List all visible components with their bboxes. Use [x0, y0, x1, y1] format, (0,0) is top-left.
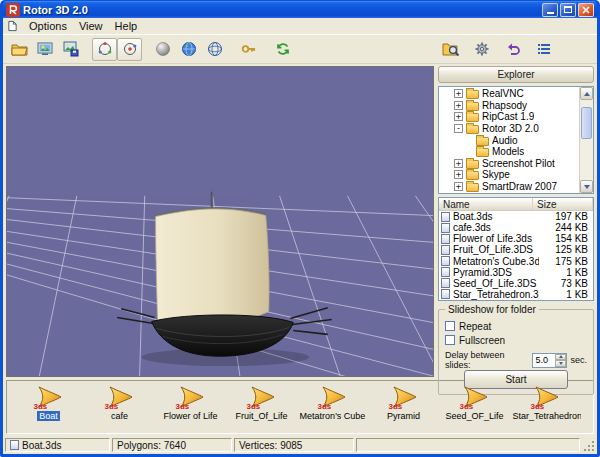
- thumbnail-label: cafe: [109, 411, 130, 421]
- tree-item-label: RealVNC: [482, 88, 524, 99]
- fullscreen-checkbox[interactable]: [445, 335, 455, 345]
- column-header-size[interactable]: Size: [533, 198, 593, 210]
- expand-icon[interactable]: +: [454, 101, 463, 110]
- browse-folders-button[interactable]: [438, 37, 464, 61]
- status-polygons-panel: Polygons: 7640: [112, 438, 232, 452]
- expand-icon[interactable]: +: [454, 89, 463, 98]
- folder-icon: [476, 148, 489, 157]
- folder-icon: [466, 183, 479, 192]
- maximize-button[interactable]: [560, 3, 576, 17]
- polygons-count: Polygons: 7640: [117, 440, 186, 451]
- sphere-button[interactable]: [150, 37, 176, 61]
- app-window: Rotor 3D 2.0 Options View Help: [0, 0, 600, 457]
- file-menu-icon[interactable]: [7, 20, 20, 32]
- scroll-down-button[interactable]: [580, 180, 593, 193]
- thumbnail-label: Pyramid: [385, 411, 422, 421]
- file-row[interactable]: Star_Tetrahedron.3DS1 KB: [439, 289, 593, 300]
- rotate-mode-b-button[interactable]: [117, 38, 142, 61]
- wireframe-globe-button[interactable]: [202, 37, 228, 61]
- close-button[interactable]: [578, 3, 594, 17]
- thumbnail-label: Star_Tetrahedron: [511, 411, 581, 421]
- resize-grip[interactable]: [582, 438, 595, 452]
- repeat-checkbox[interactable]: [445, 321, 455, 331]
- tree-item[interactable]: +Rhapsody: [439, 100, 579, 112]
- globe-icon: [181, 41, 197, 57]
- tree-item-label: SmartDraw 2007: [482, 181, 557, 192]
- status-file-panel: Boat.3ds: [5, 438, 110, 452]
- expand-icon[interactable]: +: [454, 159, 463, 168]
- export-image-icon: [63, 41, 79, 57]
- 3ds-file-icon: [441, 234, 450, 244]
- thumbnail[interactable]: 3dsMetatron's Cube: [297, 384, 368, 421]
- view-options-button[interactable]: [531, 37, 557, 61]
- tree-item[interactable]: +RealVNC: [439, 88, 579, 100]
- status-empty-panel: [356, 438, 580, 452]
- menu-options[interactable]: Options: [25, 19, 75, 33]
- delay-input[interactable]: [533, 354, 555, 367]
- minimize-button[interactable]: [542, 3, 558, 17]
- undo-button[interactable]: [500, 37, 526, 61]
- menu-view[interactable]: View: [75, 19, 111, 33]
- file-row[interactable]: Flower of Life.3ds154 KB: [439, 233, 593, 244]
- file-row[interactable]: Pyramid.3DS1 KB: [439, 267, 593, 278]
- tree-item[interactable]: +Screenshot Pilot: [439, 158, 579, 170]
- folder-icon: [466, 90, 479, 99]
- globe-button[interactable]: [176, 37, 202, 61]
- refresh-button[interactable]: [270, 37, 296, 61]
- menu-help[interactable]: Help: [111, 19, 146, 33]
- titlebar[interactable]: Rotor 3D 2.0: [3, 1, 597, 18]
- collapse-icon[interactable]: -: [454, 124, 463, 133]
- key-button[interactable]: [236, 37, 262, 61]
- tree-item[interactable]: Audio: [439, 134, 579, 146]
- arrow-down-icon: [559, 362, 563, 365]
- tree-item-label: RipCast 1.9: [482, 111, 534, 122]
- file-row[interactable]: Boat.3ds197 KB: [439, 211, 593, 222]
- rotate-mode-a-button[interactable]: [92, 38, 117, 61]
- file-row[interactable]: cafe.3ds244 KB: [439, 222, 593, 233]
- expand-icon[interactable]: +: [454, 170, 463, 179]
- 3ds-model-icon: 3ds: [460, 384, 490, 410]
- gear-icon: [474, 41, 490, 57]
- scrollbar-thumb[interactable]: [581, 107, 592, 139]
- tree-scrollbar[interactable]: [579, 87, 593, 193]
- thumbnail[interactable]: 3dsBoat: [13, 384, 84, 421]
- 3ds-file-icon: [441, 278, 450, 288]
- tree-item[interactable]: Models: [439, 146, 579, 158]
- 3ds-badge: 3ds: [389, 402, 403, 411]
- status-file-name: Boat.3ds: [22, 440, 61, 451]
- tree-item-label: Rhapsody: [482, 100, 527, 111]
- tree-item[interactable]: -Rotor 3D 2.0: [439, 123, 579, 135]
- thumbnail[interactable]: 3dscafe: [84, 384, 155, 421]
- open-button[interactable]: [6, 37, 32, 61]
- scroll-up-button[interactable]: [580, 87, 593, 100]
- capture-button[interactable]: [32, 37, 58, 61]
- arrow-up-icon: [559, 355, 563, 358]
- expand-icon[interactable]: +: [454, 112, 463, 121]
- folder-icon: [466, 125, 479, 134]
- file-row[interactable]: Seed_Of_Life.3DS73 KB: [439, 278, 593, 289]
- tree-item-label: Screenshot Pilot: [482, 158, 555, 169]
- 3ds-model-icon: 3ds: [176, 384, 206, 410]
- thumbnail[interactable]: 3dsPyramid: [368, 384, 439, 421]
- tree-item[interactable]: +SmartDraw 2007: [439, 181, 579, 193]
- undo-arrow-icon: [505, 41, 521, 57]
- settings-button[interactable]: [469, 37, 495, 61]
- export-image-button[interactable]: [58, 37, 84, 61]
- explorer-header-button[interactable]: Explorer: [438, 66, 594, 83]
- sphere-icon: [155, 41, 171, 57]
- file-row[interactable]: Metatron's Cube.3ds175 KB: [439, 256, 593, 267]
- tree-item[interactable]: +RipCast 1.9: [439, 111, 579, 123]
- tree-item[interactable]: +Skype: [439, 169, 579, 181]
- column-header-name[interactable]: Name: [439, 198, 533, 210]
- folder-icon: [466, 171, 479, 180]
- 3ds-model-icon: 3ds: [531, 384, 561, 410]
- thumbnail-label: Fruit_Of_Life: [233, 411, 289, 421]
- expand-icon[interactable]: +: [454, 182, 463, 191]
- thumbnail[interactable]: 3dsFlower of Life: [155, 384, 226, 421]
- spin-down-button[interactable]: [555, 360, 566, 367]
- viewport-3d[interactable]: [6, 66, 434, 377]
- file-row[interactable]: Fruit_Of_Life.3DS125 KB: [439, 244, 593, 255]
- file-size: 125 KB: [542, 244, 591, 255]
- thumbnail-label: Boat: [37, 411, 60, 421]
- thumbnail[interactable]: 3dsFruit_Of_Life: [226, 384, 297, 421]
